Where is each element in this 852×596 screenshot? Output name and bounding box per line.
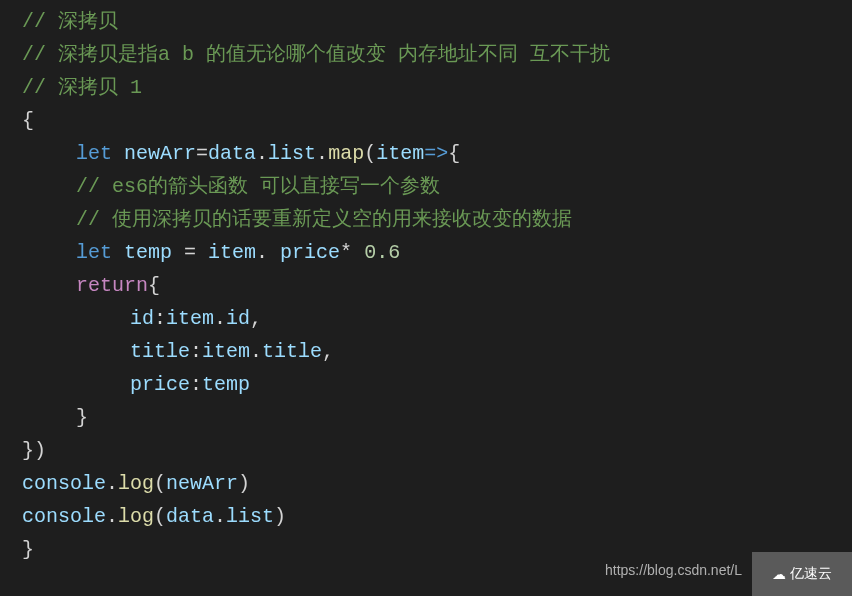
operator: * [340, 241, 364, 264]
comment-line: // 深拷贝 1 [22, 71, 852, 104]
code-line: return{ [22, 269, 852, 302]
code-line: console.log(newArr) [22, 467, 852, 500]
dot: . [214, 505, 226, 528]
property: price [280, 241, 340, 264]
console: console [22, 472, 106, 495]
watermark-logo: ☁ 亿速云 [752, 552, 852, 596]
paren: ( [364, 142, 376, 165]
comment-line: // es6的箭头函数 可以直接写一个参数 [22, 170, 852, 203]
watermark-url: https://blog.csdn.net/L [605, 559, 742, 582]
brace-close: } [22, 401, 852, 434]
method: log [118, 505, 154, 528]
paren: ) [238, 472, 250, 495]
property: title [262, 340, 322, 363]
dot: . [256, 241, 280, 264]
code-line: id:item.id, [22, 302, 852, 335]
variable: newArr [166, 472, 238, 495]
paren: ( [154, 472, 166, 495]
variable: temp [202, 373, 250, 396]
colon: : [154, 307, 166, 330]
brace-open: { [22, 104, 852, 137]
param: item [376, 142, 424, 165]
cloud-icon: ☁ [772, 556, 785, 592]
code-line: let temp = item. price* 0.6 [22, 236, 852, 269]
brand-text: 亿速云 [790, 562, 832, 585]
property: title [130, 340, 190, 363]
property: list [268, 142, 316, 165]
comment-line: // 深拷贝是指a b 的值无论哪个值改变 内存地址不同 互不干扰 [22, 38, 852, 71]
comma: , [250, 307, 262, 330]
code-line: let newArr=data.list.map(item=>{ [22, 137, 852, 170]
dot: . [250, 340, 262, 363]
variable: data [166, 505, 214, 528]
dot: . [106, 505, 118, 528]
variable: temp [124, 241, 172, 264]
property: price [130, 373, 190, 396]
variable: item [208, 241, 256, 264]
variable: item [166, 307, 214, 330]
method: log [118, 472, 154, 495]
variable: data [208, 142, 256, 165]
comment-line: // 使用深拷贝的话要重新定义空的用来接收改变的数据 [22, 203, 852, 236]
dot: . [106, 472, 118, 495]
arrow: => [424, 142, 448, 165]
operator: = [196, 142, 208, 165]
comment-line: // 深拷贝 [22, 5, 852, 38]
property: id [226, 307, 250, 330]
operator: = [172, 241, 208, 264]
keyword-let: let [76, 142, 112, 165]
keyword-return: return [76, 274, 148, 297]
dot: . [256, 142, 268, 165]
code-line: title:item.title, [22, 335, 852, 368]
property: id [130, 307, 154, 330]
code-block: // 深拷贝 // 深拷贝是指a b 的值无论哪个值改变 内存地址不同 互不干扰… [22, 5, 852, 566]
variable: item [202, 340, 250, 363]
number-literal: 0.6 [364, 241, 400, 264]
console: console [22, 505, 106, 528]
code-line: price:temp [22, 368, 852, 401]
property: list [226, 505, 274, 528]
dot: . [214, 307, 226, 330]
dot: . [316, 142, 328, 165]
code-line: console.log(data.list) [22, 500, 852, 533]
close-paren: }) [22, 434, 852, 467]
paren: ( [154, 505, 166, 528]
colon: : [190, 373, 202, 396]
paren: ) [274, 505, 286, 528]
method: map [328, 142, 364, 165]
brace: { [448, 142, 460, 165]
variable: newArr [124, 142, 196, 165]
keyword-let: let [76, 241, 112, 264]
comma: , [322, 340, 334, 363]
brace: { [148, 274, 160, 297]
colon: : [190, 340, 202, 363]
